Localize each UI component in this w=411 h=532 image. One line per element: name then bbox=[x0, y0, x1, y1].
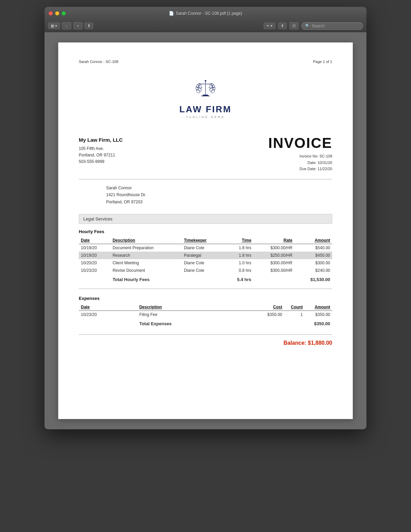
zoom-out-button[interactable]: － bbox=[62, 22, 71, 29]
col-date: Date bbox=[79, 237, 111, 244]
svg-point-18 bbox=[205, 80, 207, 82]
markup-icon: ⓪ bbox=[292, 23, 296, 28]
search-bar[interactable]: 🔍 Search bbox=[301, 22, 363, 30]
exp-total-label: Total Expenses bbox=[137, 318, 243, 328]
total-label: Total Hourly Fees bbox=[111, 274, 182, 283]
exp-col-description: Description bbox=[137, 304, 243, 311]
firm-logo-tagline: TAGLINE HERE bbox=[186, 115, 225, 119]
cell-timekeeper: Diane Cole bbox=[182, 244, 224, 252]
table-row: 10/19/20 Document Preparation Diane Cole… bbox=[79, 244, 332, 252]
expenses-table: Date Description Cost Count Amount 10/23… bbox=[79, 304, 332, 328]
col-rate: Rate bbox=[253, 237, 295, 244]
cell-amount: $540.00 bbox=[295, 244, 332, 252]
page-number: Page 1 of 1 bbox=[313, 60, 332, 64]
table-row: 10/23/20 Revise Document Diane Cole 0.8 … bbox=[79, 267, 332, 274]
col-description: Description bbox=[111, 237, 182, 244]
search-input[interactable]: Search bbox=[312, 24, 325, 28]
cell-rate: $250.00/HR bbox=[253, 252, 295, 259]
exp-total-empty3 bbox=[284, 318, 305, 328]
total-empty1 bbox=[79, 274, 111, 283]
firm-phone: 503-555-9999 bbox=[79, 159, 123, 165]
firm-logo-name: LAW FIRM bbox=[179, 104, 232, 115]
logo-section: LAW FIRM TAGLINE HERE bbox=[79, 77, 332, 119]
expenses-title: Expenses bbox=[79, 296, 332, 301]
exp-cell-date: 10/23/20 bbox=[79, 311, 137, 319]
exp-col-cost: Cost bbox=[243, 304, 284, 311]
minimize-button[interactable] bbox=[55, 11, 59, 15]
firm-address2: Portland, OR 97211 bbox=[79, 152, 123, 159]
invoice-title: INVOICE bbox=[268, 136, 332, 150]
cell-timekeeper: Diane Cole bbox=[182, 259, 224, 267]
maximize-button[interactable] bbox=[62, 11, 66, 15]
pdf-page: Sarah Connor - SC-108 Page 1 of 1 bbox=[58, 42, 353, 419]
balance-amount: $1,880.00 bbox=[308, 340, 332, 346]
cell-amount: $300.00 bbox=[295, 259, 332, 267]
expenses-total-row: Total Expenses $350.00 bbox=[79, 318, 332, 328]
hourly-fees-table: Date Description Timekeeper Time Rate Am… bbox=[79, 237, 332, 283]
total-empty3 bbox=[253, 274, 295, 283]
exp-total-empty2 bbox=[243, 318, 284, 328]
hourly-fees-title: Hourly Fees bbox=[79, 229, 332, 234]
invoice-due-date: 11/22/20 bbox=[317, 167, 332, 171]
svg-rect-11 bbox=[203, 95, 208, 96]
exp-col-amount: Amount bbox=[305, 304, 332, 311]
traffic-lights bbox=[49, 11, 66, 15]
divider-2 bbox=[79, 289, 332, 289]
client-address: Sarah Connor 1421 Roundhouse Dr. Portlan… bbox=[106, 185, 332, 205]
share-button[interactable]: ⬆ bbox=[85, 23, 93, 29]
expenses-section: Expenses Date Description Cost Count Amo… bbox=[79, 296, 332, 328]
cell-timekeeper: Paralegal bbox=[182, 252, 224, 259]
invoice-details: Invoice No: SC-108 Date: 10/31/20 Due Da… bbox=[268, 153, 332, 172]
section-header: Legal Services bbox=[79, 214, 332, 224]
cell-description: Client Meeting bbox=[111, 259, 182, 267]
cell-time: 1.0 hrs bbox=[224, 259, 253, 267]
annotate-button[interactable]: ✏ ▾ bbox=[264, 23, 275, 29]
invoice-date: 10/31/20 bbox=[317, 161, 332, 165]
invoice-date-label: Date: bbox=[308, 161, 316, 165]
sidebar-toggle-button[interactable]: ▦ ▾ bbox=[48, 23, 60, 29]
sidebar-icon: ▦ bbox=[51, 24, 54, 28]
invoice-date-row: Date: 10/31/20 bbox=[268, 160, 332, 166]
exp-total-amount: $350.00 bbox=[305, 318, 332, 328]
share-alt-button[interactable]: ⬆ bbox=[278, 23, 287, 29]
page-header-info: Sarah Connor - SC-108 Page 1 of 1 bbox=[79, 60, 332, 64]
zoom-in-button[interactable]: ＋ bbox=[73, 22, 83, 29]
client-address1: 1421 Roundhouse Dr. bbox=[106, 191, 332, 198]
divider-1 bbox=[79, 179, 332, 179]
cell-amount: $240.00 bbox=[295, 267, 332, 274]
exp-cell-cost: $350.00 bbox=[243, 311, 284, 319]
window-title: 📄 Sarah Connor - SC-108.pdf (1 page) bbox=[169, 11, 242, 16]
chevron-down-icon: ▾ bbox=[55, 24, 57, 28]
markup-button[interactable]: ⓪ bbox=[289, 22, 299, 29]
exp-cell-description: Filing Fee bbox=[137, 311, 243, 319]
invoice-number-row: Invoice No: SC-108 bbox=[268, 153, 332, 160]
title-bar: 📄 Sarah Connor - SC-108.pdf (1 page) bbox=[45, 7, 366, 20]
cell-amount: $450.00 bbox=[295, 252, 332, 259]
cell-time: 1.8 hrs bbox=[224, 244, 253, 252]
invoice-number-label: Invoice No: bbox=[300, 154, 319, 158]
cell-description: Revise Document bbox=[111, 267, 182, 274]
exp-col-count: Count bbox=[284, 304, 305, 311]
cell-date: 10/23/20 bbox=[79, 267, 111, 274]
search-icon: 🔍 bbox=[305, 24, 310, 28]
cell-time: 0.8 hrs bbox=[224, 267, 253, 274]
document-reference: Sarah Connor - SC-108 bbox=[79, 60, 119, 64]
cell-date: 10/19/20 bbox=[79, 244, 111, 252]
exp-col-date: Date bbox=[79, 304, 137, 311]
col-time: Time bbox=[224, 237, 253, 244]
cell-rate: $300.00/HR bbox=[253, 267, 295, 274]
svg-rect-12 bbox=[201, 96, 209, 96]
exp-cell-amount: $350.00 bbox=[305, 311, 332, 319]
table-row: 10/19/20 Research Paralegal 1.8 hrs $250… bbox=[79, 252, 332, 259]
col-amount: Amount bbox=[295, 237, 332, 244]
chevron-down-icon: ▾ bbox=[271, 24, 273, 28]
client-name: Sarah Connor bbox=[106, 185, 332, 191]
share-alt-icon: ⬆ bbox=[281, 24, 284, 28]
table-row: 10/23/20 Filing Fee $350.00 1 $350.00 bbox=[79, 311, 332, 319]
document-icon: 📄 bbox=[169, 11, 174, 16]
close-button[interactable] bbox=[49, 11, 53, 15]
invoice-due-row: Due Date: 11/22/20 bbox=[268, 166, 332, 172]
toolbar: ▦ ▾ － ＋ ⬆ ✏ ▾ ⬆ ⓪ 🔍 Search bbox=[45, 20, 366, 32]
pdf-container: Sarah Connor - SC-108 Page 1 of 1 bbox=[45, 32, 366, 429]
exp-total-empty1 bbox=[79, 318, 137, 328]
